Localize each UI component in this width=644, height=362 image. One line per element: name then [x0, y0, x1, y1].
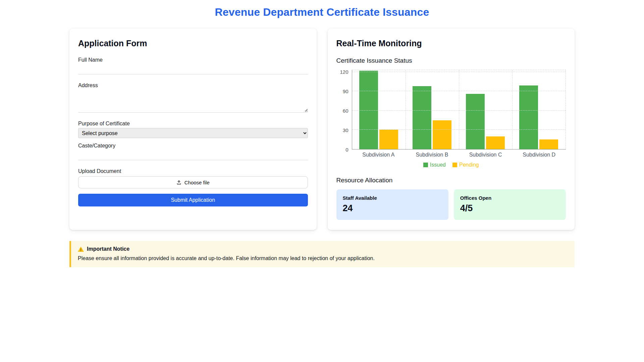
important-notice-banner: Important Notice Please ensure all infor…: [69, 241, 575, 267]
staff-available-stat: Staff Available 24: [336, 189, 448, 220]
full-name-label: Full Name: [78, 57, 308, 63]
bar-pending: [539, 139, 558, 149]
notice-body: Please ensure all information provided i…: [78, 255, 568, 261]
legend-label: Pending: [459, 162, 479, 168]
y-tick-label: 90: [343, 88, 348, 94]
notice-title: Important Notice: [87, 246, 129, 252]
bar-group: [459, 70, 512, 149]
purpose-field-group: Purpose of Certificate Select purpose: [78, 121, 308, 138]
submit-application-button[interactable]: Submit Application: [78, 194, 308, 206]
bar-issued: [413, 86, 431, 149]
offices-open-stat: Offices Open 4/5: [454, 189, 566, 220]
full-name-field-group: Full Name: [78, 57, 308, 74]
offices-open-label: Offices Open: [460, 195, 559, 201]
form-heading: Application Form: [78, 39, 308, 48]
chart-legend: IssuedPending: [336, 162, 566, 168]
choose-file-button[interactable]: Choose file: [78, 176, 308, 188]
full-name-input[interactable]: [78, 65, 308, 74]
resource-allocation-heading: Resource Allocation: [336, 177, 566, 184]
application-form-card: Application Form Full Name Address Purpo…: [69, 28, 317, 230]
bar-group: [512, 70, 566, 149]
caste-label: Caste/Category: [78, 143, 308, 149]
upload-icon: [176, 180, 181, 185]
y-tick-label: 60: [343, 108, 348, 113]
address-label: Address: [78, 82, 308, 88]
staff-available-value: 24: [343, 203, 442, 214]
x-category-label: Subdivision A: [352, 152, 406, 158]
legend-swatch: [423, 163, 428, 167]
monitoring-card: Real-Time Monitoring Certificate Issuanc…: [328, 28, 575, 230]
choose-file-label: Choose file: [184, 180, 210, 185]
v-gridline: [459, 70, 459, 149]
resource-stats: Staff Available 24 Offices Open 4/5: [336, 189, 566, 220]
cards-row: Application Form Full Name Address Purpo…: [69, 28, 575, 230]
x-category-label: Subdivision D: [512, 152, 566, 158]
address-field-group: Address: [78, 82, 308, 113]
upload-label: Upload Document: [78, 168, 308, 174]
notice-title-row: Important Notice: [78, 246, 568, 252]
v-gridline: [512, 70, 513, 149]
bar-group: [352, 70, 406, 149]
bar-issued: [466, 94, 485, 149]
chart-title: Certificate Issuance Status: [336, 57, 566, 64]
legend-label: Issued: [430, 162, 446, 168]
staff-available-label: Staff Available: [343, 195, 442, 201]
upload-field-group: Upload Document Choose file: [78, 168, 308, 188]
legend-swatch: [452, 163, 457, 167]
bar-pending: [433, 120, 451, 149]
caste-input[interactable]: [78, 151, 308, 160]
address-textarea[interactable]: [78, 90, 308, 113]
y-tick-label: 30: [343, 127, 348, 133]
monitoring-heading: Real-Time Monitoring: [336, 39, 566, 48]
page-container: Revenue Department Certificate Issuance …: [69, 6, 575, 267]
purpose-select[interactable]: Select purpose: [78, 128, 308, 138]
purpose-label: Purpose of Certificate: [78, 121, 308, 127]
legend-item-issued[interactable]: Issued: [423, 162, 446, 168]
certificate-issuance-chart: 0306090120: [336, 70, 566, 149]
offices-open-value: 4/5: [460, 203, 559, 214]
warning-icon: [78, 246, 84, 252]
bar-issued: [519, 85, 538, 149]
x-category-label: Subdivision C: [459, 152, 513, 158]
chart-x-labels: Subdivision ASubdivision BSubdivision CS…: [352, 152, 566, 158]
caste-field-group: Caste/Category: [78, 143, 308, 160]
legend-item-pending[interactable]: Pending: [452, 162, 479, 168]
y-tick-label: 0: [345, 147, 348, 153]
page-title: Revenue Department Certificate Issuance: [69, 6, 575, 18]
chart-y-axis: 0306090120: [336, 70, 352, 149]
chart-plot: [352, 70, 566, 149]
v-gridline: [406, 70, 406, 149]
y-tick-label: 120: [340, 69, 348, 74]
x-category-label: Subdivision B: [405, 152, 459, 158]
bar-group: [406, 70, 459, 149]
bar-pending: [379, 130, 398, 149]
bar-pending: [486, 136, 505, 149]
